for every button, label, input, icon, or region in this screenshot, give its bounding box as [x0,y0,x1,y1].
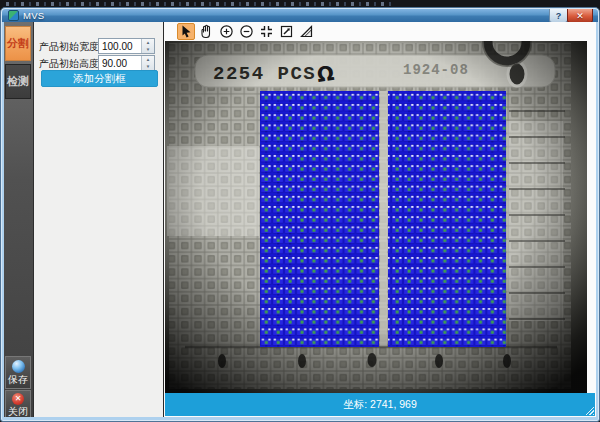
add-split-box-button[interactable]: 添加分割框 [41,70,158,87]
edit-roi-tool-button[interactable] [277,23,295,40]
globe-icon [12,360,25,373]
resize-grip[interactable] [584,405,594,415]
sidebar-tab-segment-label: 分割 [7,36,29,51]
select-tool-button[interactable] [177,23,195,40]
window-close-button[interactable]: ✕ [567,9,593,23]
status-coordinates: 坐标: 2741, 969 [343,398,417,412]
save-button-label: 保存 [8,374,28,385]
spinner-up-icon[interactable]: ▲ [142,39,154,46]
close-red-icon: ✕ [12,393,24,405]
initial-width-input[interactable] [99,39,141,53]
title-bar: MVS ? ✕ [2,9,598,22]
fit-view-icon [259,24,274,39]
close-app-button-label: 关闭 [8,406,28,417]
initial-width-spinbox: ▲ ▼ [98,38,155,54]
measure-tool-button[interactable] [297,23,315,40]
viewer-region: 2254 PCS Ω 1924-08 [163,22,596,417]
sidebar: 分割 检测 保存 ✕ 关闭 [4,22,34,417]
zoom-out-tool-button[interactable] [237,23,255,40]
zoom-in-tool-button[interactable] [217,23,235,40]
camera-image: 2254 PCS Ω 1924-08 [165,41,587,393]
cursor-arrow-icon [179,24,194,39]
angle-ruler-icon [299,24,314,39]
zoom-out-icon [239,24,254,39]
hand-icon [199,24,214,39]
initial-width-row: 产品初始宽度 ▲ ▼ [34,38,163,54]
close-app-button[interactable]: ✕ 关闭 [5,390,31,417]
zoom-in-icon [219,24,234,39]
status-bar: 坐标: 2741, 969 [165,393,595,416]
sidebar-tab-detect[interactable]: 检测 [5,64,31,99]
initial-width-label: 产品初始宽度 [39,40,99,54]
window-title: MVS [23,10,45,21]
client-area: 分割 检测 保存 ✕ 关闭 产品初始宽度 ▲ ▼ [4,22,596,417]
initial-height-row: 产品初始高度 ▲ ▼ [34,55,163,71]
spinner-down-icon[interactable]: ▼ [142,63,154,70]
segment-box-left[interactable] [260,91,379,347]
initial-height-spinners: ▲ ▼ [141,56,154,70]
viewer-toolbar [165,22,596,41]
initial-width-spinners: ▲ ▼ [141,39,154,53]
fit-view-tool-button[interactable] [257,23,275,40]
spinner-down-icon[interactable]: ▼ [142,46,154,53]
initial-height-input[interactable] [99,56,141,70]
save-button[interactable]: 保存 [5,356,31,389]
settings-panel: 产品初始宽度 ▲ ▼ 产品初始高度 ▲ ▼ [34,22,163,417]
edit-roi-icon [279,24,294,39]
initial-height-label: 产品初始高度 [39,57,99,71]
app-icon [8,10,19,21]
app-window: MVS ? ✕ 分割 检测 保存 ✕ 关闭 产品初始宽度 [0,7,600,422]
pan-tool-button[interactable] [197,23,215,40]
spinner-up-icon[interactable]: ▲ [142,56,154,63]
image-viewer-canvas[interactable]: 2254 PCS Ω 1924-08 [165,41,587,393]
background-window-text-blur [6,2,396,6]
help-button[interactable]: ? [549,9,568,23]
sidebar-tab-detect-label: 检测 [7,74,29,89]
sidebar-tab-segment[interactable]: 分割 [5,26,31,61]
initial-height-spinbox: ▲ ▼ [98,55,155,71]
segment-box-right[interactable] [388,91,506,347]
